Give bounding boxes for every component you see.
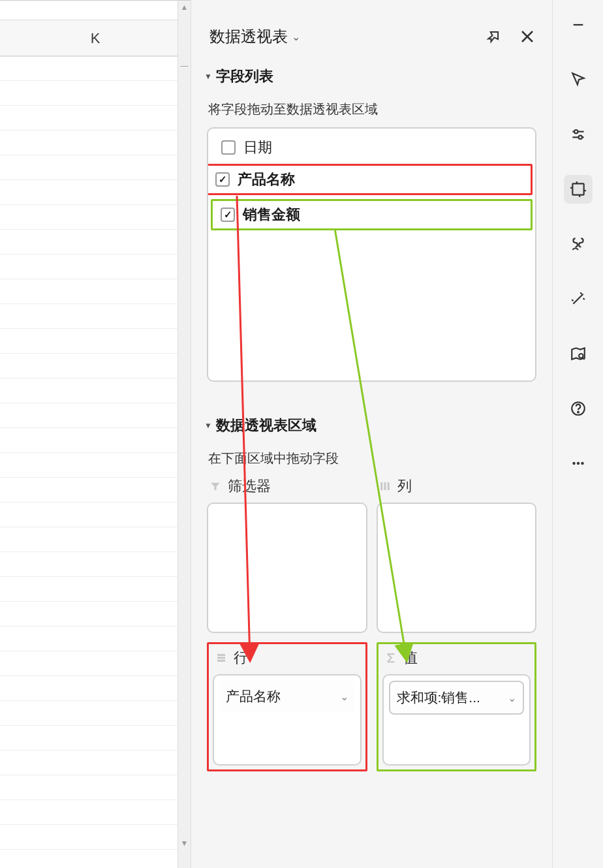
svg-rect-3 — [384, 482, 386, 490]
svg-point-22 — [581, 462, 583, 465]
collapse-triangle-icon: ▼ — [204, 421, 212, 430]
field-list-header[interactable]: ▼ 字段列表 — [204, 57, 539, 95]
filter-dropzone[interactable] — [207, 503, 367, 633]
right-sidebar — [552, 0, 603, 868]
row-field-item[interactable]: 产品名称 ⌄ — [219, 681, 355, 712]
area-values: 值 求和项:销售... ⌄ — [377, 642, 537, 771]
field-list-subtitle: 将字段拖动至数据透视表区域 — [204, 95, 539, 127]
svg-rect-4 — [387, 482, 389, 490]
sigma-icon — [385, 652, 397, 664]
columns-icon — [379, 480, 391, 492]
field-item-product-name[interactable]: 产品名称 — [207, 164, 533, 195]
values-dropzone[interactable]: 求和项:销售... ⌄ — [382, 674, 531, 766]
pivot-panel: 数据透视表 ⌄ ▼ 字段列表 将字段 — [191, 0, 552, 868]
svg-point-19 — [578, 412, 579, 413]
svg-rect-7 — [217, 660, 225, 662]
areas-header[interactable]: ▼ 数据透视表区域 — [204, 407, 539, 444]
scroll-up-icon[interactable]: ▲ — [179, 2, 190, 12]
area-filter: 筛选器 — [207, 476, 367, 633]
field-label: 日期 — [243, 138, 272, 157]
magic-icon[interactable] — [564, 285, 593, 313]
chevron-down-icon: ⌄ — [292, 31, 300, 43]
more-icon[interactable] — [564, 449, 593, 478]
transform-icon[interactable] — [564, 175, 593, 204]
area-columns: 列 — [377, 476, 537, 633]
column-header-K[interactable]: K — [0, 20, 191, 56]
svg-point-20 — [572, 462, 575, 465]
field-item-date[interactable]: 日期 — [211, 132, 533, 163]
scroll-marker-icon: — — [179, 61, 190, 71]
svg-point-21 — [576, 462, 579, 465]
checkbox-checked[interactable] — [215, 172, 230, 187]
sliders-icon[interactable] — [564, 120, 593, 149]
areas-subtitle: 在下面区域中拖动字段 — [204, 444, 539, 476]
filter-icon — [209, 480, 221, 492]
collapse-triangle-icon: ▼ — [204, 72, 212, 81]
field-item-sales-amount[interactable]: 销售金额 — [211, 199, 533, 230]
value-field-item[interactable]: 求和项:销售... ⌄ — [389, 681, 525, 715]
panel-title[interactable]: 数据透视表 ⌄ — [209, 26, 300, 47]
svg-point-12 — [574, 130, 578, 133]
checkbox-unchecked[interactable] — [221, 140, 236, 155]
cursor-icon[interactable] — [564, 65, 593, 94]
pin-button[interactable] — [484, 27, 502, 46]
vertical-scrollbar[interactable]: ▲ — ▼ — [178, 1, 191, 868]
svg-rect-5 — [217, 654, 225, 656]
rows-icon — [215, 652, 227, 664]
checkbox-checked[interactable] — [221, 208, 235, 222]
chevron-down-icon[interactable]: ⌄ — [340, 690, 348, 703]
window-minimize-icon[interactable] — [564, 10, 593, 39]
bind-icon[interactable] — [564, 230, 593, 258]
field-label: 产品名称 — [238, 170, 295, 189]
close-button[interactable] — [518, 27, 536, 46]
svg-point-14 — [578, 136, 581, 139]
rows-dropzone[interactable]: 产品名称 ⌄ — [213, 674, 362, 766]
columns-dropzone[interactable] — [377, 503, 537, 633]
scroll-down-icon[interactable]: ▼ — [179, 838, 190, 848]
help-icon[interactable] — [564, 394, 593, 423]
svg-rect-15 — [572, 183, 583, 194]
map-search-icon[interactable] — [564, 339, 593, 368]
svg-rect-6 — [217, 657, 225, 659]
svg-rect-2 — [380, 482, 382, 490]
field-label: 销售金额 — [243, 205, 300, 225]
area-rows: 行 产品名称 ⌄ — [207, 642, 367, 771]
spreadsheet-area[interactable]: K ▲ — ▼ — [0, 0, 191, 868]
field-list-box[interactable]: 日期 产品名称 销售金额 — [207, 127, 536, 382]
chevron-down-icon[interactable]: ⌄ — [508, 692, 516, 704]
